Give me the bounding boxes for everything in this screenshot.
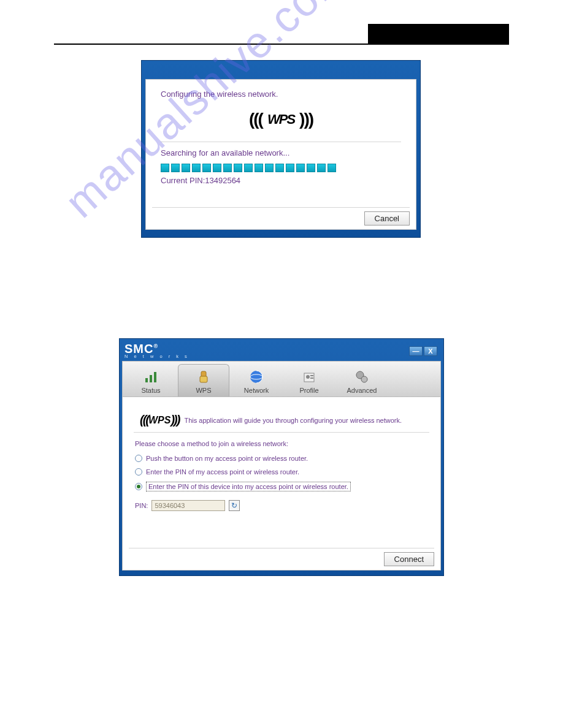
configuring-text: Configuring the wireless network.: [161, 89, 401, 99]
tab-network[interactable]: Network: [231, 364, 282, 396]
tab-profile[interactable]: Profile: [283, 364, 335, 396]
progress-segment: [202, 164, 211, 172]
svg-point-8: [306, 375, 310, 379]
svg-rect-10: [310, 377, 313, 379]
progress-segment: [161, 164, 169, 172]
wps-logo: ((( WPS ))): [161, 106, 401, 133]
svg-rect-4: [200, 376, 207, 382]
progress-segment: [234, 164, 242, 172]
svg-rect-2: [154, 372, 156, 382]
tab-wps[interactable]: WPS: [178, 364, 229, 396]
wps-mini-text: WPS: [148, 415, 170, 426]
wps-wave-right-icon: ))): [170, 413, 179, 427]
minimize-button[interactable]: —: [409, 346, 423, 356]
progress-segment: [213, 164, 221, 172]
progress-segment: [296, 164, 305, 172]
progress-segment: [317, 164, 326, 172]
wps-wave-right-icon: ))): [299, 110, 313, 129]
tab-label: WPS: [196, 387, 211, 394]
radio-label: Enter the PIN of my access point or wire…: [146, 468, 299, 476]
progress-segment: [223, 164, 232, 172]
tab-label: Profile: [299, 387, 318, 394]
pin-input[interactable]: [151, 500, 225, 511]
progress-segment: [286, 164, 294, 172]
choose-method-text: Please choose a method to join a wireles…: [135, 440, 429, 447]
progress-segment: [192, 164, 201, 172]
progress-segment: [275, 164, 284, 172]
smc-logo: SMC® N e t w o r k s: [124, 344, 190, 358]
wps-icon: [196, 369, 212, 385]
tab-status[interactable]: Status: [125, 364, 177, 396]
wps-wave-left-icon: (((: [249, 110, 262, 129]
refresh-pin-button[interactable]: ↻: [229, 500, 240, 511]
progress-segment: [327, 164, 336, 172]
smc-wps-app-window: SMC® N e t w o r k s — X StatusWPSNetwor…: [119, 338, 444, 576]
radio-option-0[interactable]: Push the button on my access point or wi…: [135, 455, 429, 462]
tab-label: Status: [141, 387, 160, 394]
progress-segment: [171, 164, 180, 172]
current-pin-line: Current PIN:13492564: [161, 176, 401, 185]
progress-segment: [307, 164, 315, 172]
wps-mini-logo: ((( WPS ))): [140, 413, 179, 427]
wps-logo-text: WPS: [265, 112, 297, 127]
svg-rect-1: [150, 375, 152, 382]
progress-bar: [161, 164, 401, 172]
radio-group: Push the button on my access point or wi…: [135, 455, 429, 491]
dialog2-titlebar: SMC® N e t w o r k s — X: [122, 341, 441, 361]
registered-icon: ®: [153, 343, 158, 349]
svg-point-12: [361, 376, 367, 382]
divider: [161, 142, 401, 142]
progress-segment: [244, 164, 253, 172]
svg-rect-9: [310, 375, 313, 376]
tab-label: Network: [244, 387, 269, 394]
wps-wave-left-icon: (((: [140, 413, 148, 427]
divider: [134, 432, 429, 433]
header-black-block: [368, 24, 509, 44]
radio-option-1[interactable]: Enter the PIN of my access point or wire…: [135, 468, 429, 476]
radio-label: Push the button on my access point or wi…: [146, 455, 308, 462]
pin-label: PIN:: [135, 502, 148, 509]
refresh-icon: ↻: [231, 501, 237, 510]
profile-icon: [301, 369, 317, 385]
progress-segment: [182, 164, 190, 172]
pin-value: 13492564: [205, 176, 240, 185]
brand-subtitle: N e t w o r k s: [124, 355, 190, 358]
progress-segment: [265, 164, 274, 172]
cancel-button[interactable]: Cancel: [364, 211, 410, 226]
pin-prefix: Current PIN:: [161, 176, 205, 185]
progress-segment: [255, 164, 263, 172]
radio-label: Enter the PIN of this device into my acc…: [146, 482, 351, 491]
page-header: [54, 28, 509, 45]
tab-bar: StatusWPSNetworkProfileAdvanced: [123, 362, 440, 397]
searching-text: Searching for an available network...: [161, 148, 401, 157]
radio-icon: [135, 483, 142, 490]
close-button[interactable]: X: [424, 346, 437, 356]
network-icon: [248, 369, 264, 385]
dialog1-titlebar: [145, 64, 416, 79]
tab-advanced[interactable]: Advanced: [336, 364, 388, 396]
status-icon: [143, 369, 159, 385]
guide-text: This application will guide you through …: [184, 417, 402, 424]
radio-icon: [135, 455, 142, 462]
radio-option-2[interactable]: Enter the PIN of this device into my acc…: [135, 482, 429, 491]
radio-icon: [135, 468, 142, 476]
connect-button[interactable]: Connect: [384, 552, 434, 566]
svg-rect-0: [145, 378, 148, 382]
advanced-icon: [354, 369, 370, 385]
wps-configuring-dialog: Configuring the wireless network. ((( WP…: [141, 60, 421, 238]
tab-label: Advanced: [347, 387, 377, 394]
